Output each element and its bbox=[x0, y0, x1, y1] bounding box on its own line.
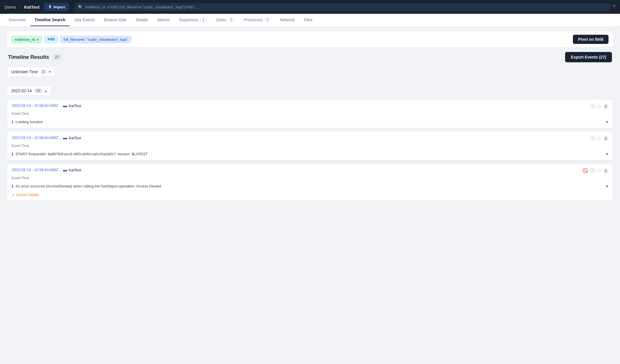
import-button[interactable]: ⬆ Import bbox=[44, 3, 69, 11]
tab-overview[interactable]: Overview bbox=[5, 14, 29, 26]
tab-users[interactable]: Users 0 bbox=[212, 14, 239, 26]
tab-processes[interactable]: Processes 0 bbox=[240, 14, 275, 26]
users-badge: 0 bbox=[228, 17, 235, 22]
event-1-delete-action[interactable]: 🗑 bbox=[604, 104, 608, 109]
date-group-chevron: ▴ bbox=[45, 88, 47, 93]
event-3-time-label: Event Time bbox=[7, 176, 613, 182]
processes-badge: 0 bbox=[264, 17, 271, 22]
event-3-footer: ⚠ Access Denied bbox=[7, 192, 613, 200]
event-3-star-action[interactable]: ☆ bbox=[597, 168, 601, 173]
event-3-body-icon: ℹ bbox=[12, 184, 13, 189]
event-card-1-header: 2022-02-14 - 10:58:54.000Z ▬ KatTest ⓘ ☆… bbox=[7, 99, 613, 112]
search-query: evidence_id: 4 AND (full_filename:"/cado… bbox=[85, 5, 194, 9]
source-icon-2: ▬ bbox=[63, 135, 67, 140]
results-title-label: Timeline Results bbox=[8, 54, 49, 60]
search-icon: 🔍 bbox=[78, 5, 83, 9]
event-3-actions: 🚫 ⓘ ☆ 🗑 bbox=[582, 168, 608, 174]
event-2-expand-icon[interactable]: ▾ bbox=[606, 151, 608, 157]
import-label: Import bbox=[53, 5, 65, 9]
event-2-actions: ⓘ ☆ 🗑 bbox=[590, 135, 608, 142]
event-3-expand-icon[interactable]: ▾ bbox=[606, 183, 608, 189]
import-icon: ⬆ bbox=[48, 5, 52, 9]
event-1-timestamp: 2022-02-14 - 10:58:54.000Z bbox=[12, 103, 58, 108]
event-2-body-text: START RequestId: 9a89760f-acc8-49f3-a04d… bbox=[16, 152, 147, 156]
filter-row: evidence_id: 4 AND full_filename: "/cado… bbox=[7, 31, 613, 47]
results-header: Timeline Results 27 Export Events (27) bbox=[7, 52, 613, 62]
event-1-expand-icon[interactable]: ▾ bbox=[606, 119, 608, 125]
tab-timeline-search[interactable]: Timeline Search bbox=[30, 14, 69, 26]
alert-text: Access Denied bbox=[16, 193, 39, 197]
event-3-ban-action[interactable]: 🚫 bbox=[582, 168, 588, 173]
event-2-source-label: KatTest bbox=[69, 136, 81, 140]
filter-tags: evidence_id: 4 AND full_filename: "/cado… bbox=[11, 36, 131, 43]
event-2-info-action[interactable]: ⓘ bbox=[590, 135, 595, 142]
suspicious-badge: 4 bbox=[200, 17, 207, 22]
tab-details[interactable]: Details bbox=[132, 14, 152, 26]
unknown-time-group-header[interactable]: Unknown Time 2 ▾ bbox=[7, 67, 55, 77]
unknown-time-chevron: ▾ bbox=[49, 69, 51, 74]
search-bar[interactable]: 🔍 evidence_id: 4 AND (full_filename:"/ca… bbox=[75, 3, 610, 11]
tab-network[interactable]: Network bbox=[276, 14, 299, 26]
event-card-2-header: 2022-02-14 - 10:58:54.000Z ▬ KatTest ⓘ ☆… bbox=[7, 131, 613, 144]
filter-and-operator: AND bbox=[44, 36, 58, 43]
event-2-source: ▬ KatTest bbox=[63, 135, 81, 140]
filter-tag-evidence-id[interactable]: evidence_id: 4 bbox=[11, 36, 42, 43]
main-content: evidence_id: 4 AND full_filename: "/cado… bbox=[0, 27, 620, 211]
event-3-source-label: KatTest bbox=[69, 168, 81, 172]
date-group-label: 2022-02-14 bbox=[11, 88, 32, 93]
event-1-star-action[interactable]: ☆ bbox=[597, 104, 601, 109]
source-icon-1: ▬ bbox=[63, 103, 67, 108]
unknown-time-section: Unknown Time 2 ▾ bbox=[7, 67, 613, 80]
event-2-timestamp: 2022-02-14 - 10:58:54.000Z bbox=[12, 135, 58, 140]
event-card-3-header: 2022-02-14 - 10:58:54.000Z ▬ KatTest 🚫 ⓘ… bbox=[7, 164, 613, 176]
breadcrumb-separator: / bbox=[20, 5, 21, 9]
unknown-time-count: 2 bbox=[40, 69, 47, 74]
date-group-count: 22 bbox=[34, 88, 43, 93]
project-label: KatTest bbox=[24, 5, 40, 9]
event-2-body-icon: ℹ bbox=[12, 152, 13, 156]
event-1-body-icon: ℹ bbox=[12, 120, 13, 124]
event-1-source: ▬ KatTest bbox=[63, 103, 81, 108]
event-1-body: ℹ Loading function ▾ bbox=[7, 117, 613, 128]
tab-browse-disk[interactable]: Browse Disk bbox=[100, 14, 130, 26]
event-2-delete-action[interactable]: 🗑 bbox=[604, 136, 608, 141]
event-1-actions: ⓘ ☆ 🗑 bbox=[590, 103, 608, 109]
event-1-time-label: Event Time bbox=[7, 112, 613, 117]
help-icon[interactable]: ? bbox=[613, 4, 615, 10]
filter-tag-filename[interactable]: full_filename: "/cado_cloudwatch_logs" bbox=[60, 36, 131, 43]
topbar-right: ? bbox=[613, 4, 615, 10]
event-card-2: 2022-02-14 - 10:58:54.000Z ▬ KatTest ⓘ ☆… bbox=[7, 131, 613, 160]
event-2-time-label: Event Time bbox=[7, 144, 613, 150]
tab-suspicious[interactable]: Suspicious 4 bbox=[175, 14, 210, 26]
date-group-header-2022-02-14[interactable]: 2022-02-14 22 ▴ bbox=[7, 86, 51, 96]
export-events-button[interactable]: Export Events (27) bbox=[565, 52, 612, 62]
event-3-source: ▬ KatTest bbox=[63, 168, 81, 172]
unknown-time-label: Unknown Time bbox=[11, 69, 38, 74]
pivot-on-field-button[interactable]: Pivot on field bbox=[573, 35, 609, 44]
event-card-3: 2022-02-14 - 10:58:54.000Z ▬ KatTest 🚫 ⓘ… bbox=[7, 163, 613, 201]
event-1-body-text: Loading function bbox=[16, 120, 43, 124]
tab-files[interactable]: Files bbox=[300, 14, 317, 26]
access-denied-badge: ⚠ Access Denied bbox=[12, 192, 39, 198]
tab-alarms[interactable]: Alarms bbox=[153, 14, 174, 26]
event-3-info-action[interactable]: ⓘ bbox=[590, 168, 595, 174]
event-1-info-action[interactable]: ⓘ bbox=[590, 103, 595, 109]
event-2-body: ℹ START RequestId: 9a89760f-acc8-49f3-a0… bbox=[7, 150, 613, 160]
event-3-delete-action[interactable]: 🗑 bbox=[604, 168, 608, 173]
results-title-group: Timeline Results 27 bbox=[8, 54, 62, 60]
app-label: Demo bbox=[5, 5, 16, 9]
event-3-body: ℹ An error occurred (AccessDenied) when … bbox=[7, 182, 613, 192]
tab-key-events[interactable]: Key Events bbox=[71, 14, 99, 26]
event-3-body-text: An error occurred (AccessDenied) when ca… bbox=[16, 184, 161, 188]
nav-tabs: Overview Timeline Search Key Events Brow… bbox=[0, 14, 620, 27]
source-icon-3: ▬ bbox=[63, 168, 67, 172]
warning-icon: ⚠ bbox=[12, 193, 15, 197]
date-group-2022-02-14: 2022-02-14 22 ▴ 2022-02-14 - 10:58:54.00… bbox=[7, 86, 613, 201]
event-3-timestamp: 2022-02-14 - 10:58:54.000Z bbox=[12, 168, 58, 172]
event-2-star-action[interactable]: ☆ bbox=[597, 136, 601, 141]
event-card-1: 2022-02-14 - 10:58:54.000Z ▬ KatTest ⓘ ☆… bbox=[7, 99, 613, 128]
topbar: Demo / KatTest ⬆ Import 🔍 evidence_id: 4… bbox=[0, 0, 620, 14]
results-count-badge: 27 bbox=[52, 54, 62, 60]
event-1-source-label: KatTest bbox=[69, 104, 81, 108]
